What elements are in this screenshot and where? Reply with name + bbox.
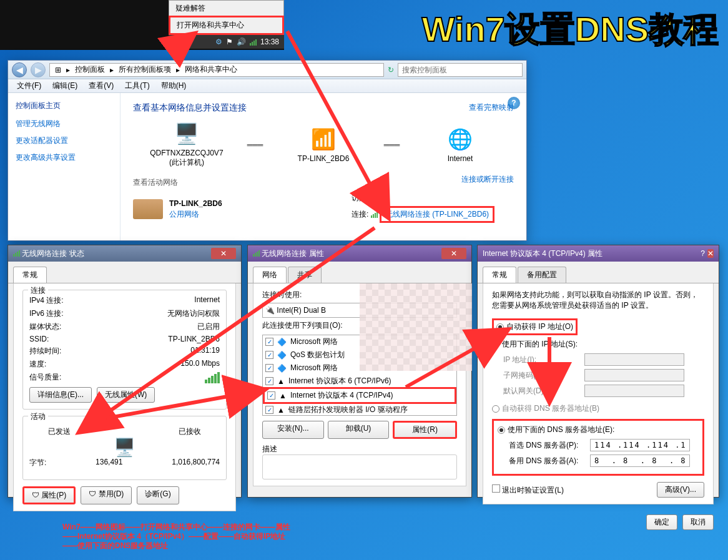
tray-flag-icon[interactable]: ⚑ <box>226 37 233 46</box>
close-button[interactable]: ✕ <box>441 248 466 259</box>
checkbox-icon[interactable]: ✓ <box>265 377 273 385</box>
uninstall-button[interactable]: 卸载(U) <box>328 421 390 439</box>
duration-label: 持续时间: <box>29 346 61 356</box>
close-button[interactable]: ✕ <box>211 248 236 259</box>
wireless-properties-button[interactable]: 无线属性(W) <box>97 387 155 403</box>
radio-manual-dns[interactable]: 使用下面的 DNS 服务器地址(E): <box>498 425 699 435</box>
menu-view[interactable]: 查看(V) <box>84 79 119 92</box>
checkbox-icon[interactable]: ✓ <box>265 364 273 372</box>
tab-alternate[interactable]: 备用配置 <box>518 267 566 283</box>
tutorial-instructions: Win7——网络图标——打开网络和共享中心——连接的网卡——属性 ——Inter… <box>62 523 719 551</box>
internet-label: Internet <box>413 154 507 163</box>
tray-menu-open-network-center[interactable]: 打开网络和共享中心 <box>169 16 284 35</box>
status-titlebar: 无线网络连接 状态 ✕ <box>8 245 241 262</box>
advanced-button[interactable]: 高级(V)... <box>657 482 704 498</box>
nav-back-button[interactable]: ◀ <box>12 62 27 77</box>
tray-volume-icon[interactable]: 🔊 <box>237 37 246 46</box>
preferred-dns-label: 首选 DNS 服务器(P): <box>509 440 590 451</box>
breadcrumb-item-3[interactable]: 网络和共享中心 <box>184 64 239 75</box>
active-network-name: TP-LINK_2BD6 <box>169 199 345 208</box>
access-type-label: 访问类型: <box>352 194 383 202</box>
breadcrumb-item-1[interactable]: 控制面板 <box>74 64 106 75</box>
radio-icon <box>498 426 505 434</box>
help-button[interactable]: ? <box>701 249 705 258</box>
activity-legend: 活动 <box>28 411 48 422</box>
checkbox-icon[interactable]: ✓ <box>265 406 273 414</box>
list-item-tcpipv4[interactable]: ✓▲Internet 协议版本 4 (TCP/IPv4) <box>263 387 456 404</box>
wireless-connection-link[interactable]: 无线网络连接 (TP-LINK_2BD6) <box>380 206 494 223</box>
sidebar-home-link[interactable]: 控制面板主页 <box>16 101 112 111</box>
node-router: 📶 TP-LINK_2BD6 <box>277 127 370 163</box>
radio-auto-dns[interactable]: 自动获得 DNS 服务器地址(B) <box>492 403 704 414</box>
radio-auto-ip[interactable]: 自动获得 IP 地址(O) <box>492 318 578 335</box>
gateway-input <box>584 385 684 397</box>
cp-titlebar: ◀ ▶ ⊞ ▸ 控制面板 ▸ 所有控制面板项 ▸ 网络和共享中心 ↻ <box>8 61 526 79</box>
diagnose-button[interactable]: 诊断(G) <box>137 486 179 504</box>
breadcrumb-sep: ▸ <box>175 66 181 74</box>
item-properties-button[interactable]: 属性(R) <box>393 421 457 439</box>
menu-tools[interactable]: 工具(T) <box>120 79 154 92</box>
list-item[interactable]: ✓▲链路层拓扑发现映射器 I/O 驱动程序 <box>263 403 456 416</box>
activity-icon: 🖥️ <box>29 437 220 458</box>
radio-manual-ip[interactable]: 使用下面的 IP 地址(S): <box>492 339 704 350</box>
properties-button[interactable]: 🛡 属性(P) <box>22 486 76 504</box>
menu-help[interactable]: 帮助(H) <box>156 79 192 92</box>
active-network-row: TP-LINK_2BD6 公用网络 访问类型: 连接: 无线网络连接 (TP-L… <box>133 193 514 225</box>
details-button[interactable]: 详细信息(E)... <box>29 387 92 403</box>
install-button[interactable]: 安装(N)... <box>262 421 324 439</box>
see-full-map-link[interactable]: 查看完整映射 <box>469 102 514 113</box>
tray-clock-text[interactable]: 13:38 <box>260 37 279 46</box>
sidebar-change-adapter[interactable]: 更改适配器设置 <box>16 135 112 146</box>
ip-address-input <box>584 353 684 366</box>
map-link-line: ═══ <box>247 140 263 149</box>
checkbox-icon[interactable]: ✓ <box>265 338 273 346</box>
tray-settings-icon[interactable]: ⚙ <box>215 37 222 46</box>
sidebar-manage-wireless[interactable]: 管理无线网络 <box>16 119 112 129</box>
checkbox-icon[interactable]: ✓ <box>267 391 275 400</box>
disable-button[interactable]: 🛡 禁用(D) <box>81 486 132 504</box>
subnet-mask-label: 子网掩码(U): <box>503 370 584 381</box>
list-item[interactable]: ✓▲Internet 协议版本 6 (TCP/IPv6) <box>263 375 456 388</box>
breadcrumb-refresh-icon[interactable]: ↻ <box>388 66 394 74</box>
alternate-dns-label: 备用 DNS 服务器(A): <box>509 456 590 466</box>
menu-file[interactable]: 文件(F) <box>12 79 46 92</box>
breadcrumb-item-2[interactable]: 所有控制面板项 <box>117 64 172 75</box>
ipv6-label: IPv6 连接: <box>29 308 64 319</box>
active-networks-label: 查看活动网络 <box>133 177 514 188</box>
tray-context-menu: 疑难解答 打开网络和共享中心 <box>169 0 284 35</box>
alternate-dns-input[interactable] <box>590 454 690 467</box>
sidebar-advanced-sharing[interactable]: 更改高级共享设置 <box>16 152 112 163</box>
breadcrumb[interactable]: ⊞ ▸ 控制面板 ▸ 所有控制面板项 ▸ 网络和共享中心 <box>49 63 384 77</box>
tab-general[interactable]: 常规 <box>13 267 47 283</box>
tab-sharing[interactable]: 共享 <box>288 267 322 283</box>
globe-icon: 🌐 <box>445 127 475 152</box>
nav-forward-button[interactable]: ▶ <box>31 62 46 77</box>
network-map: 🖥️ QDFTNXZBZCQJ0V7 (此计算机) ═══ 📶 TP-LINK_… <box>133 121 514 168</box>
network-type-link[interactable]: 公用网络 <box>169 210 199 219</box>
tab-general[interactable]: 常规 <box>483 267 516 283</box>
radio-icon <box>492 405 499 413</box>
ipv4-label: IPv4 连接: <box>29 295 64 306</box>
tray-signal-icon[interactable] <box>250 37 257 46</box>
ipv4-value: Internet <box>194 295 220 306</box>
cp-main-panel: ? 查看基本网络信息并设置连接 查看完整映射 🖥️ QDFTNXZBZCQJ0V… <box>121 93 526 240</box>
intro-text: 如果网络支持此功能，则可以获取自动指派的 IP 设置。否则，您需要从网络系统管理… <box>492 290 704 311</box>
close-button[interactable]: ✕ <box>707 249 714 258</box>
menu-edit[interactable]: 编辑(E) <box>47 79 82 92</box>
tab-network[interactable]: 网络 <box>253 267 287 283</box>
bytes-label: 字节: <box>29 458 46 468</box>
props-title: 无线网络连接 属性 <box>262 249 323 258</box>
cp-sidebar: 控制面板主页 管理无线网络 更改适配器设置 更改高级共享设置 <box>8 93 121 240</box>
checkbox-icon[interactable]: ✓ <box>265 351 273 359</box>
ipv4-titlebar: Internet 协议版本 4 (TCP/IPv4) 属性 ?✕ <box>478 245 719 262</box>
checkbox-icon[interactable] <box>492 484 500 493</box>
connect-disconnect-link[interactable]: 连接或断开连接 <box>461 174 514 185</box>
media-value: 已启用 <box>197 322 220 332</box>
tray-menu-troubleshoot[interactable]: 疑难解答 <box>169 1 283 16</box>
search-input[interactable] <box>398 63 523 77</box>
connection-group: 连接 IPv4 连接:Internet IPv6 连接:无网络访问权限 媒体状态… <box>22 290 227 410</box>
recv-value: 1,016,800,774 <box>172 458 220 468</box>
preferred-dns-input[interactable] <box>590 439 690 451</box>
validate-checkbox-row[interactable]: 退出时验证设置(L) <box>492 484 564 496</box>
duration-value: 01:31:19 <box>190 346 220 356</box>
